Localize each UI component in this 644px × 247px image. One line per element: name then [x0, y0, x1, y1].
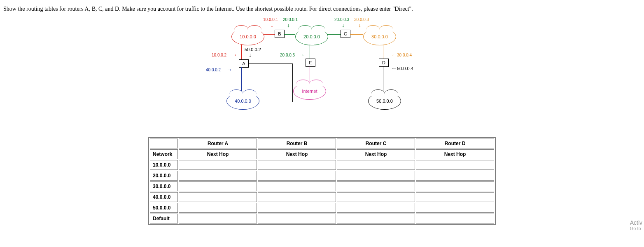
arrow-down-icon: ↓	[271, 22, 273, 28]
routing-table: Router A Router B Router C Router D Netw…	[148, 137, 496, 225]
cloud-40-label: 40.0.0.0	[235, 99, 251, 104]
cell-input[interactable]	[179, 203, 257, 213]
arrow-left-icon: ←	[391, 52, 397, 58]
header-network: Network	[150, 149, 178, 159]
cell-input[interactable]	[179, 192, 257, 202]
router-e: E	[306, 59, 315, 67]
cloud-internet-label: Internet	[302, 89, 317, 94]
cloud-20: 20.0.0.0	[295, 28, 328, 45]
cell-input[interactable]	[416, 160, 494, 170]
cell-input[interactable]	[179, 214, 257, 223]
table-row: 10.0.0.0	[150, 160, 494, 170]
cell-input[interactable]	[337, 181, 415, 191]
label-b-left: 10.0.0.1	[263, 17, 278, 22]
question-text: Show the routing tables for routers A, B…	[3, 5, 641, 13]
arrow-down-icon: ↓	[287, 22, 290, 28]
router-c: C	[341, 30, 350, 38]
label-a-top: 10.0.0.2	[212, 53, 226, 57]
router-c-label: C	[344, 31, 347, 36]
cell-input[interactable]	[258, 181, 336, 191]
row-net: Default	[150, 214, 178, 223]
header-nexthop-a: Next Hop	[179, 149, 257, 159]
label-e-left: 20.0.0.5	[280, 53, 295, 57]
router-b-label: B	[278, 31, 281, 36]
table-row: 20.0.0.0	[150, 171, 494, 181]
router-d: D	[379, 59, 389, 67]
arrow-down-icon: ↓	[358, 22, 361, 28]
cell-input[interactable]	[258, 192, 336, 202]
link-c-30	[350, 34, 363, 35]
cloud-20-label: 20.0.0.0	[303, 34, 320, 39]
cell-input[interactable]	[179, 160, 257, 170]
cloud-50: 50.0.0.0	[368, 92, 401, 110]
row-net: 50.0.0.0	[150, 203, 178, 213]
arrow-left-icon: ←	[391, 65, 397, 71]
network-diagram: 10.0.0.1 20.0.0.1 ↓ ↓ 20.0.0.3 30.0.0.3 …	[207, 17, 437, 125]
link-e-internet	[310, 66, 310, 82]
link-a-40	[241, 67, 242, 92]
router-b: B	[275, 30, 285, 38]
cell-input[interactable]	[179, 171, 257, 181]
router-a: A	[239, 59, 249, 68]
label-d-bot: 50.0.0.4	[397, 66, 413, 71]
table-row: 40.0.0.0	[150, 192, 494, 202]
cell-input[interactable]	[416, 181, 494, 191]
cell-input[interactable]	[337, 160, 415, 170]
label-b-right: 20.0.0.1	[283, 17, 298, 22]
link-b-20	[284, 34, 295, 35]
row-net: 10.0.0.0	[150, 160, 178, 170]
arrow-down-icon: ↓	[249, 52, 252, 58]
row-net: 20.0.0.0	[150, 171, 178, 181]
cell-input[interactable]	[337, 203, 415, 213]
arrow-right-icon: →	[299, 52, 305, 58]
table-row: 50.0.0.0	[150, 203, 494, 213]
link-d-50	[383, 66, 383, 92]
label-c-right: 30.0.0.3	[354, 17, 369, 22]
cloud-50-label: 50.0.0.0	[376, 99, 393, 104]
router-e-label: E	[309, 60, 312, 65]
cloud-40: 40.0.0.0	[226, 92, 259, 110]
header-router-b: Router B	[258, 139, 336, 148]
header-router-a: Router A	[179, 139, 257, 148]
link-20-c	[327, 34, 341, 35]
cell-input[interactable]	[179, 181, 257, 191]
cell-input[interactable]	[337, 171, 415, 181]
cloud-30: 30.0.0.0	[363, 28, 396, 45]
cell-input[interactable]	[258, 203, 336, 213]
header-blank	[150, 139, 178, 148]
cell-input[interactable]	[258, 171, 336, 181]
cell-input[interactable]	[416, 192, 494, 202]
row-net: 40.0.0.0	[150, 192, 178, 202]
cell-input[interactable]	[416, 214, 494, 223]
cloud-10: 10.0.0.0	[231, 28, 264, 45]
label-c-left: 20.0.0.3	[334, 17, 349, 22]
arrow-right-icon: →	[231, 52, 237, 58]
table-row: 30.0.0.0	[150, 181, 494, 191]
label-a-mid: 50.0.0.2	[245, 47, 261, 52]
link-a-50-v	[292, 64, 293, 102]
link-30-d	[383, 45, 383, 59]
cell-input[interactable]	[258, 214, 336, 223]
cell-input[interactable]	[258, 160, 336, 170]
link-a-50-h2	[292, 102, 368, 102]
router-d-label: D	[382, 60, 385, 65]
header-router-d: Router D	[416, 139, 494, 148]
cell-input[interactable]	[337, 192, 415, 202]
cell-input[interactable]	[337, 214, 415, 223]
link-a-50-h1	[248, 64, 292, 64]
label-a-bot: 40.0.0.2	[206, 68, 221, 72]
table-row: Default	[150, 214, 494, 223]
label-d-top: 30.0.0.4	[397, 53, 412, 57]
cloud-internet: Internet	[293, 82, 326, 100]
watermark-line2: Go to	[630, 226, 642, 231]
link-20-e	[310, 45, 310, 59]
cell-input[interactable]	[416, 203, 494, 213]
link-10-a	[241, 45, 242, 59]
router-a-label: A	[242, 61, 245, 66]
cell-input[interactable]	[416, 171, 494, 181]
cloud-10-label: 10.0.0.0	[240, 34, 256, 39]
arrow-down-icon: ↓	[342, 22, 345, 28]
arrow-right-icon: →	[226, 67, 232, 73]
header-nexthop-c: Next Hop	[337, 149, 415, 159]
cloud-30-label: 30.0.0.0	[371, 34, 388, 39]
